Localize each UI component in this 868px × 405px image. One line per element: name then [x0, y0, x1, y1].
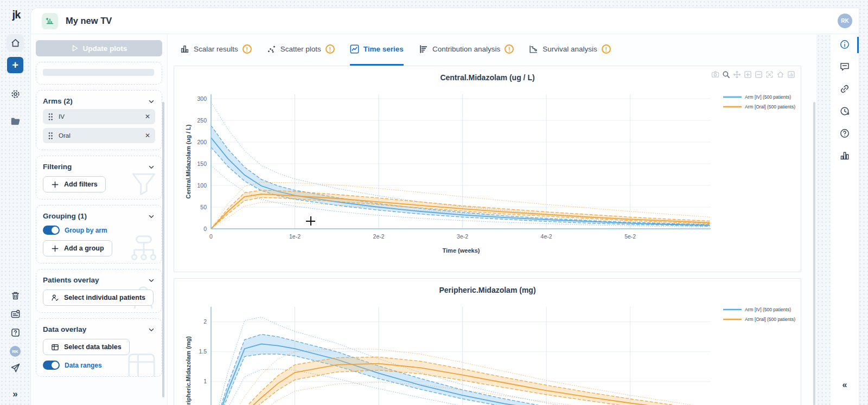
tab-scalar-results[interactable]: Scalar results!	[180, 34, 252, 66]
chevron-down-icon[interactable]	[148, 98, 155, 105]
chart-legend: Arm [IV] (500 patients)Arm [Oral] (500 p…	[723, 307, 795, 322]
svg-text:Time (weeks): Time (weeks)	[443, 247, 480, 254]
add-filters-button[interactable]: Add filters	[43, 176, 106, 192]
plot-modebar	[711, 70, 795, 79]
legend-label: Arm [IV] (500 patients)	[745, 94, 791, 100]
active-panel-indicator	[857, 37, 859, 53]
legend-item[interactable]: Arm [IV] (500 patients)	[723, 94, 795, 100]
svg-text:3e-2: 3e-2	[457, 233, 468, 240]
settings-gear-icon[interactable]	[7, 85, 24, 102]
scatter-plot-icon	[267, 44, 276, 54]
page-title: My new TV	[66, 16, 112, 26]
zoom-in-icon[interactable]	[744, 70, 752, 79]
info-icon[interactable]	[839, 39, 850, 50]
trash-icon[interactable]	[10, 291, 21, 303]
tools-panel: Update plots Arms (2) IV ✕	[31, 34, 168, 405]
header: My new TV RK	[31, 8, 859, 34]
history-icon[interactable]	[839, 106, 850, 117]
svg-text:0: 0	[203, 226, 207, 232]
camera-icon[interactable]	[711, 70, 719, 79]
chevron-down-icon[interactable]	[148, 277, 155, 284]
legend-item[interactable]: Arm [IV] (500 patients)	[723, 307, 795, 312]
expand-icon[interactable]: »	[12, 389, 17, 400]
remove-arm-icon[interactable]: ✕	[145, 113, 150, 120]
svg-text:1e-2: 1e-2	[289, 233, 301, 240]
zoom-icon[interactable]	[722, 70, 730, 79]
chart-icon[interactable]	[839, 150, 850, 161]
add-group-button[interactable]: Add a group	[43, 240, 112, 256]
arms-title: Arms (2)	[43, 97, 73, 105]
chart-canvas[interactable]: 00.511.5201e-22e-23e-24e-25e-2Time (week…	[174, 279, 800, 405]
chevron-down-icon[interactable]	[148, 163, 155, 171]
user-avatar[interactable]: RK	[838, 14, 852, 28]
legend-label: Arm [IV] (500 patients)	[745, 307, 791, 312]
home-icon[interactable]	[7, 34, 24, 52]
folder-icon[interactable]	[7, 112, 24, 130]
legend-swatch	[723, 104, 742, 110]
tab-contribution-analysis[interactable]: Contribution analysis!	[419, 34, 514, 66]
tab-scatter-plots[interactable]: Scatter plots!	[267, 34, 335, 66]
table-icon	[51, 343, 59, 351]
data-ranges-label: Data ranges	[65, 362, 102, 369]
send-icon[interactable]	[10, 363, 21, 375]
avatar[interactable]: RK	[10, 346, 21, 357]
legend-swatch	[723, 307, 742, 312]
legend-item[interactable]: Arm [Oral] (500 patients)	[723, 317, 795, 322]
collapse-icon[interactable]: «	[843, 380, 847, 390]
plots-area: Scalar results!Scatter plots!Time series…	[168, 34, 816, 405]
jk-logo[interactable]: jkk	[12, 9, 18, 21]
svg-text:0: 0	[209, 233, 213, 240]
svg-text:2: 2	[203, 318, 207, 325]
tab-label: Scalar results	[194, 45, 238, 53]
data-overlay-title: Data overlay	[43, 325, 86, 333]
chevron-down-icon[interactable]	[148, 213, 155, 220]
arm-item-oral[interactable]: Oral ✕	[43, 128, 155, 143]
reset-axes-icon[interactable]	[776, 70, 784, 79]
funnel-watermark-icon	[130, 171, 157, 197]
remove-arm-icon[interactable]: ✕	[145, 132, 150, 139]
plotly-logo-icon[interactable]	[787, 70, 795, 79]
chevron-down-icon[interactable]	[148, 326, 155, 333]
plots-scrollbar[interactable]	[813, 102, 815, 405]
chart-canvas[interactable]: 05010015020025030001e-22e-23e-24e-25e-2T…	[174, 66, 800, 271]
help-icon[interactable]	[839, 128, 850, 139]
svg-text:2e-2: 2e-2	[373, 233, 385, 240]
tab-time-series[interactable]: Time series	[350, 34, 404, 66]
update-plots-button[interactable]: Update plots	[36, 40, 162, 56]
legend-label: Arm [Oral] (500 patients)	[745, 104, 795, 110]
legend-swatch	[723, 317, 742, 322]
svg-text:250: 250	[197, 117, 207, 124]
tab-label: Time series	[363, 45, 404, 53]
drag-handle-icon[interactable]	[48, 132, 53, 140]
left-rail: jkk + RK »	[0, 0, 30, 405]
survival-curve-icon	[529, 44, 538, 54]
legend-swatch	[723, 94, 742, 100]
pan-icon[interactable]	[733, 70, 741, 79]
svg-text:100: 100	[197, 182, 207, 189]
group-by-arm-toggle[interactable]	[43, 226, 60, 235]
select-data-tables-button[interactable]: Select data tables	[43, 339, 130, 355]
tab-survival-analysis[interactable]: Survival analysis!	[529, 34, 611, 66]
add-icon[interactable]: +	[7, 57, 23, 73]
play-icon	[71, 44, 79, 52]
link-icon[interactable]	[839, 83, 850, 94]
help-square-icon[interactable]	[10, 327, 21, 340]
arm-item-iv[interactable]: IV ✕	[43, 109, 155, 124]
drag-handle-icon[interactable]	[48, 113, 53, 121]
legend-item[interactable]: Arm [Oral] (500 patients)	[723, 104, 795, 110]
group-by-arm-label: Group by arm	[65, 227, 107, 234]
chart-legend: Arm [IV] (500 patients)Arm [Oral] (500 p…	[723, 94, 795, 110]
select-individual-patients-button[interactable]: Select individual patients	[43, 290, 154, 306]
plot-tabs: Scalar results!Scatter plots!Time series…	[174, 34, 816, 66]
patients-overlay-title: Patients overlay	[43, 276, 99, 284]
zoom-out-icon[interactable]	[755, 70, 763, 79]
svg-text:50: 50	[200, 204, 207, 210]
newsfeed-icon[interactable]	[10, 309, 21, 322]
plus-icon	[51, 181, 59, 189]
tools-scrollbar[interactable]	[162, 102, 164, 397]
grouping-title: Grouping (1)	[43, 212, 87, 220]
data-ranges-toggle[interactable]	[43, 361, 60, 370]
plus-icon	[51, 245, 59, 253]
autoscale-icon[interactable]	[765, 70, 774, 79]
comments-icon[interactable]	[839, 61, 850, 72]
